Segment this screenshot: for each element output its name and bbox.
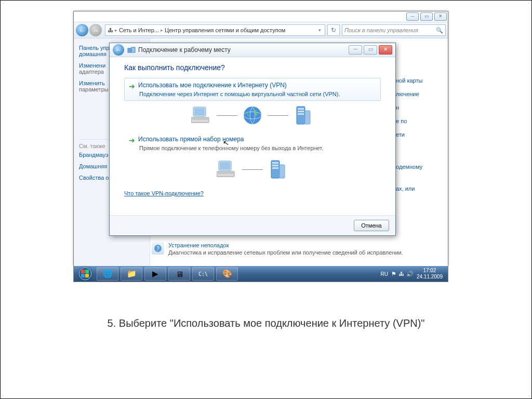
taskbar-explorer[interactable]: 📁 <box>121 267 142 281</box>
svg-rect-22 <box>272 167 278 169</box>
server-icon <box>266 159 290 180</box>
svg-rect-20 <box>272 162 278 164</box>
svg-rect-2 <box>128 48 131 52</box>
refresh-button[interactable]: ↻ <box>327 24 340 36</box>
svg-point-8 <box>244 107 261 124</box>
system-tray: RU ⚑ 🖧 🔊 17:02 24.11.2009 <box>380 268 446 280</box>
svg-rect-18 <box>218 172 233 174</box>
instruction-caption: 5. Выберите "Использовать мое подключени… <box>1 317 531 329</box>
dialup-diagram <box>124 159 381 180</box>
net-icon: 🖧 <box>108 27 113 33</box>
dialog-footer: Отмена <box>110 215 395 235</box>
ie-icon: 🌐 <box>103 269 113 278</box>
svg-rect-13 <box>298 113 304 115</box>
troubleshoot-icon: ? <box>152 242 164 255</box>
dialog-maximize-button[interactable]: ▭ <box>364 45 377 55</box>
minimize-button[interactable]: ─ <box>406 12 419 21</box>
breadcrumb-group: Сеть и Интер... <box>119 27 159 33</box>
taskbar-wmp[interactable]: ▶ <box>144 267 166 281</box>
svg-point-24 <box>79 268 91 280</box>
taskbar: 🌐 📁 ▶ 🖥 C:\ 🎨 RU ⚑ 🖧 🔊 17:02 24.11.2009 <box>74 266 448 282</box>
connect-workplace-dialog: ← Подключение к рабочему месту ─ ▭ ✕ Как… <box>109 43 396 236</box>
option-vpn-title: Использовать мое подключение к Интернету… <box>138 82 287 89</box>
breadcrumb[interactable]: 🖧 ▸ Сеть и Интер... ▸ Центр управления с… <box>105 24 325 36</box>
svg-rect-7 <box>192 118 208 119</box>
svg-text:?: ? <box>156 246 159 251</box>
what-is-vpn-link[interactable]: Что такое VPN-подключение? <box>124 190 204 196</box>
network-icon: 🖧 <box>398 271 404 277</box>
media-player-icon: ▶ <box>152 269 158 278</box>
taskbar-paint[interactable]: 🎨 <box>216 267 238 281</box>
arrow-icon: ➔ <box>129 82 135 90</box>
svg-rect-6 <box>191 117 209 123</box>
svg-rect-12 <box>298 111 304 112</box>
address-bar: ← → 🖧 ▸ Сеть и Интер... ▸ Центр управлен… <box>74 22 448 38</box>
volume-icon: 🔊 <box>406 271 414 277</box>
window-controls: ─ ▭ ✕ <box>406 12 447 21</box>
svg-rect-17 <box>217 171 234 177</box>
clock[interactable]: 17:02 24.11.2009 <box>417 268 443 280</box>
svg-rect-21 <box>272 165 278 166</box>
maximize-button[interactable]: ▭ <box>420 12 433 21</box>
computer-icon <box>190 105 214 126</box>
dialog-minimize-button[interactable]: ─ <box>349 45 362 55</box>
dialog-close-button[interactable]: ✕ <box>379 45 392 55</box>
option-dialup-desc: Прямое подключение к телефонному номеру … <box>139 145 376 151</box>
date-text: 24.11.2009 <box>417 274 443 280</box>
dialog-back-button[interactable]: ← <box>113 44 124 56</box>
option-dialup-title: Использовать прямой набор номера <box>138 136 244 143</box>
start-button[interactable] <box>76 267 95 281</box>
taskbar-cmd[interactable]: C:\ <box>192 267 214 281</box>
troubleshoot-title: Устранение неполадок <box>168 242 443 248</box>
search-input[interactable]: Поиск в панели управления 🔍 <box>342 24 446 36</box>
svg-rect-5 <box>194 108 205 115</box>
workplace-icon <box>127 46 136 54</box>
search-icon: 🔍 <box>436 27 443 34</box>
svg-rect-27 <box>81 274 85 277</box>
arrow-icon: ➔ <box>129 136 135 144</box>
option-vpn-desc: Подключение через Интернет с помощью вир… <box>139 91 376 97</box>
server-icon <box>291 105 315 126</box>
dialog-heading: Как выполнить подключение? <box>124 63 381 72</box>
breadcrumb-separator: ▸ <box>115 28 117 33</box>
svg-rect-23 <box>280 165 285 178</box>
cancel-button[interactable]: Отмена <box>354 220 389 231</box>
right-link-fragments: ной карты лючение н е по ети одемному ах… <box>396 77 437 199</box>
dialog-body: Как выполнить подключение? ➔ Использоват… <box>110 57 395 215</box>
nav-forward-button[interactable]: → <box>89 24 102 36</box>
breadcrumb-page: Центр управления сетями и общим доступом <box>165 27 285 33</box>
page-frame: ─ ▭ ✕ ← → 🖧 ▸ Сеть и Интер... ▸ Центр уп… <box>0 0 532 399</box>
taskbar-ie[interactable]: 🌐 <box>97 267 118 281</box>
svg-rect-26 <box>85 270 89 273</box>
breadcrumb-separator: ▸ <box>161 28 163 33</box>
tray-icons[interactable]: ⚑ 🖧 🔊 <box>391 271 414 277</box>
svg-rect-14 <box>305 111 310 124</box>
troubleshoot-row[interactable]: ? Устранение неполадок Диагностика и исп… <box>152 242 443 256</box>
language-indicator[interactable]: RU <box>380 271 388 277</box>
svg-rect-28 <box>85 274 89 277</box>
chevron-down-icon[interactable]: ▾ <box>318 28 321 33</box>
computer-icon <box>215 159 239 180</box>
globe-icon <box>241 105 264 126</box>
dialog-title: Подключение к рабочему месту <box>138 46 231 54</box>
svg-rect-16 <box>220 162 230 169</box>
folder-icon: 📁 <box>127 269 137 278</box>
vpn-diagram <box>124 105 381 126</box>
dialog-titlebar: ← Подключение к рабочему месту ─ ▭ ✕ <box>110 43 395 57</box>
svg-rect-11 <box>298 108 304 110</box>
search-placeholder: Поиск в панели управления <box>344 27 418 33</box>
troubleshoot-desc: Диагностика и исправление сетевых пробле… <box>168 249 443 256</box>
flag-icon: ⚑ <box>391 271 396 277</box>
close-button[interactable]: ✕ <box>434 12 447 21</box>
option-vpn[interactable]: ➔ Использовать мое подключение к Интерне… <box>124 78 381 101</box>
taskbar-control-panel[interactable]: 🖥 <box>168 267 190 281</box>
time-text: 17:02 <box>417 268 443 274</box>
svg-rect-25 <box>81 270 85 273</box>
option-dialup[interactable]: ➔ Использовать прямой набор номера Прямо… <box>124 132 381 155</box>
cmd-icon: C:\ <box>198 271 208 277</box>
svg-rect-3 <box>131 47 135 52</box>
paint-icon: 🎨 <box>222 269 232 278</box>
desktop-area: ─ ▭ ✕ ← → 🖧 ▸ Сеть и Интер... ▸ Центр уп… <box>73 11 448 282</box>
nav-back-button[interactable]: ← <box>76 24 88 36</box>
control-panel-icon: 🖥 <box>176 270 183 278</box>
